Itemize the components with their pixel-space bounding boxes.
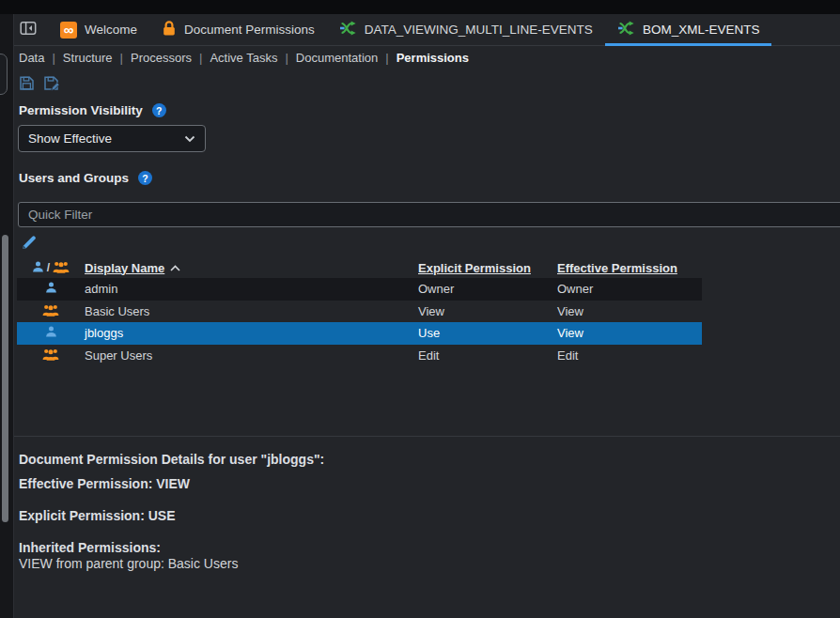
save-toolbar: [18, 74, 60, 92]
group-icon: [53, 260, 70, 276]
dataflow-icon: [339, 21, 357, 39]
details-inherited-value: VIEW from parent group: Basic Users: [19, 556, 238, 571]
tab-label: BOM_XML-EVENTS: [643, 23, 760, 37]
nav-item-structure[interactable]: Structure: [63, 51, 113, 65]
window-top-strip: [0, 0, 840, 14]
explicit-permission-cell: Edit: [418, 348, 557, 363]
quick-filter-input[interactable]: [18, 202, 840, 227]
column-header-effective-permission[interactable]: Effective Permission: [557, 261, 677, 275]
group-icon: [42, 348, 59, 363]
nav-item-permissions[interactable]: Permissions: [397, 51, 469, 65]
user-icon: [45, 325, 57, 341]
pencil-icon[interactable]: [21, 234, 38, 251]
collapse-panel-icon: [20, 20, 37, 40]
users-groups-table: / Display Name Explicit Permission Effec…: [17, 257, 702, 366]
tab-document-permissions[interactable]: Document Permissions: [149, 14, 327, 46]
effective-permission-cell: Owner: [557, 282, 702, 296]
table-row-jbloggs[interactable]: jbloggs Use View: [17, 322, 702, 345]
permission-visibility-label: Permission Visibility ?: [19, 103, 166, 117]
explicit-permission-cell: Use: [418, 326, 557, 340]
table-row-admin[interactable]: admin Owner Owner: [17, 278, 702, 301]
tab-label: Welcome: [85, 23, 137, 37]
nav-item-processors[interactable]: Processors: [131, 51, 192, 65]
user-group-separator: /: [47, 261, 50, 274]
display-name-cell: jbloggs: [85, 326, 418, 340]
nav-item-data[interactable]: Data: [19, 51, 44, 65]
save-as-icon[interactable]: [42, 74, 60, 92]
explicit-permission-cell: View: [418, 304, 557, 318]
help-icon[interactable]: ?: [138, 171, 152, 185]
display-name-cell: Basic Users: [85, 304, 418, 318]
tab-welcome[interactable]: ∞ Welcome: [48, 14, 149, 46]
effective-permission-cell: View: [557, 304, 702, 318]
user-icon: [45, 281, 57, 297]
effective-permission-cell: View: [557, 326, 702, 340]
user-icon: [32, 260, 44, 276]
details-effective-permission: Effective Permission: VIEW: [19, 476, 190, 491]
tab-data-viewing-multi-line-events[interactable]: DATA_VIEWING_MULTI_LINE-EVENTS: [327, 14, 605, 46]
explicit-permission-cell: Owner: [418, 282, 557, 296]
nav-item-active-tasks[interactable]: Active Tasks: [210, 51, 277, 65]
help-icon[interactable]: ?: [152, 103, 166, 117]
display-name-cell: admin: [85, 282, 418, 296]
sort-ascending-icon: [170, 261, 180, 275]
column-header-explicit-permission[interactable]: Explicit Permission: [418, 261, 531, 275]
tab-label: Document Permissions: [184, 23, 315, 37]
nav-separator: |: [285, 51, 288, 65]
tab-bar: ∞ Welcome Document Permissions DATA_VIEW…: [14, 14, 840, 46]
tab-bom-xml-events[interactable]: BOM_XML-EVENTS: [605, 14, 772, 46]
collapsed-drawer-handle[interactable]: [0, 54, 8, 95]
table-row-basic-users[interactable]: Basic Users View View: [17, 301, 702, 323]
table-row-super-users[interactable]: Super Users Edit Edit: [17, 345, 702, 367]
display-name-cell: Super Users: [85, 348, 418, 363]
nav-item-documentation[interactable]: Documentation: [296, 51, 378, 65]
dataflow-icon: [617, 21, 635, 39]
selected-option-label: Show Effective: [28, 131, 112, 146]
nav-separator: |: [52, 51, 54, 65]
nav-separator: |: [199, 51, 202, 65]
entity-type-header: /: [17, 260, 85, 276]
nav-separator: |: [385, 51, 388, 65]
details-divider: [14, 436, 840, 437]
nav-separator: |: [120, 51, 123, 65]
details-title: Document Permission Details for user "jb…: [19, 452, 324, 467]
permission-visibility-select[interactable]: Show Effective: [18, 125, 206, 152]
details-inherited-label: Inherited Permissions:: [19, 540, 161, 555]
details-explicit-permission: Explicit Permission: USE: [19, 508, 176, 523]
left-rail: [0, 14, 14, 618]
save-icon[interactable]: [18, 74, 36, 92]
table-header: / Display Name Explicit Permission Effec…: [17, 257, 702, 278]
lock-icon: [162, 20, 177, 39]
users-and-groups-label: Users and Groups ?: [19, 171, 152, 185]
effective-permission-cell: Edit: [557, 348, 702, 363]
app-window: ∞ Welcome Document Permissions DATA_VIEW…: [0, 0, 840, 618]
vertical-scrollbar-thumb[interactable]: [2, 235, 8, 522]
chevron-down-icon: [184, 135, 195, 143]
collapse-panel-button[interactable]: [19, 21, 37, 39]
tab-label: DATA_VIEWING_MULTI_LINE-EVENTS: [365, 23, 593, 37]
column-header-display-name[interactable]: Display Name: [85, 261, 164, 275]
document-section-nav: Data | Structure | Processors | Active T…: [19, 51, 469, 65]
group-icon: [42, 303, 59, 319]
infinity-logo-icon: ∞: [60, 22, 77, 39]
